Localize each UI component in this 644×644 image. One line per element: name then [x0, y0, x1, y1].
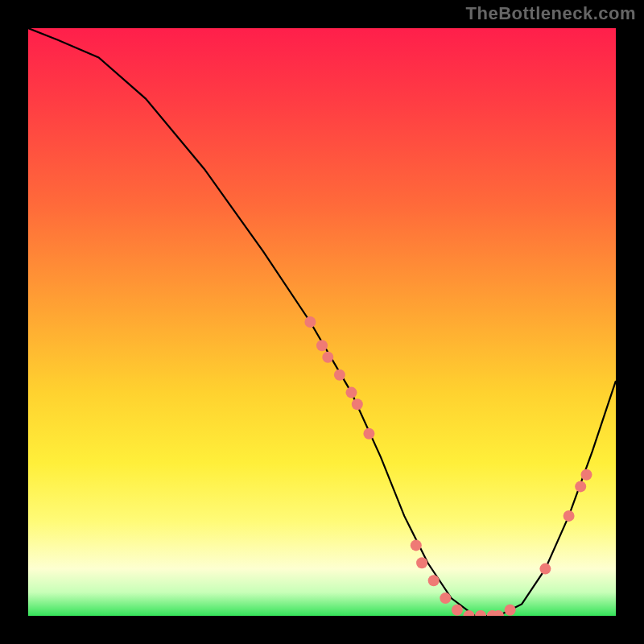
marker-dot — [452, 605, 463, 616]
marker-dot — [352, 398, 363, 410]
marker-dot — [505, 605, 516, 616]
marker-dot — [363, 428, 374, 440]
marker-dot — [428, 575, 440, 586]
curve-layer — [28, 28, 616, 616]
marker-dot — [464, 610, 475, 616]
marker-dot — [581, 469, 592, 481]
marker-group — [304, 316, 592, 616]
marker-dot — [475, 610, 486, 616]
marker-dot — [416, 557, 427, 568]
watermark-text: TheBottleneck.com — [466, 3, 636, 24]
marker-dot — [346, 387, 357, 398]
marker-dot — [322, 352, 333, 363]
marker-dot — [334, 369, 345, 381]
bottleneck-curve-path — [28, 28, 616, 616]
marker-dot — [539, 564, 551, 575]
marker-dot — [440, 592, 451, 604]
marker-dot — [304, 316, 316, 328]
plot-area — [28, 28, 616, 616]
marker-dot — [564, 510, 575, 522]
marker-dot — [575, 481, 586, 492]
marker-dot — [316, 340, 328, 351]
chart-frame: TheBottleneck.com — [0, 0, 644, 644]
marker-dot — [411, 539, 422, 551]
